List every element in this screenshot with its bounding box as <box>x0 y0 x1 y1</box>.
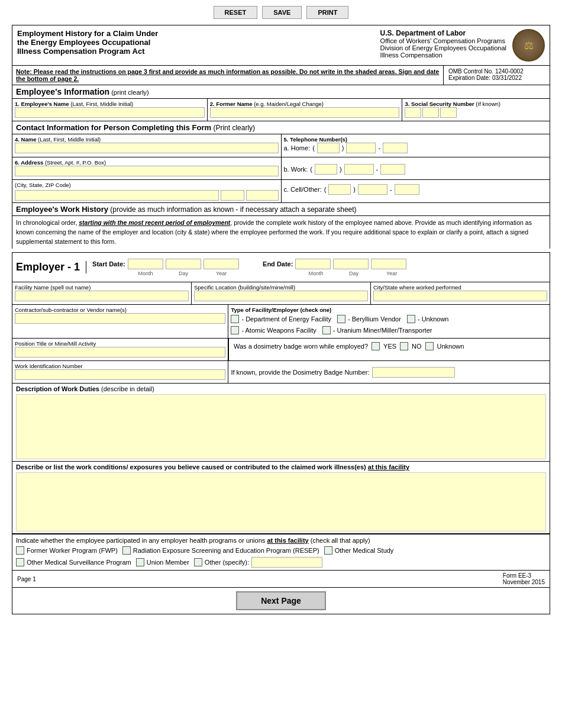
contact-info-subtitle: (Print clearly) <box>213 124 255 132</box>
dept-energy-label: - Department of Energy Facility <box>241 315 331 323</box>
emp-name-input[interactable] <box>15 107 205 118</box>
zip-input[interactable] <box>246 190 279 201</box>
work-history-title: Employee's Work History <box>16 205 108 214</box>
dosimetry-unknown-checkbox[interactable] <box>425 342 434 350</box>
work-area-input[interactable] <box>315 164 337 175</box>
fwp-checkbox[interactable] <box>16 546 24 555</box>
state-input[interactable] <box>221 190 244 201</box>
other-specify-checkbox-item: Other (specify): <box>194 557 322 568</box>
other-specify-checkbox[interactable] <box>194 558 202 566</box>
other-specify-label: Other (specify): <box>205 559 249 566</box>
ssn-input-2[interactable] <box>422 107 439 118</box>
union-member-label: Union Member <box>147 559 189 566</box>
year-label2: Year <box>374 270 409 276</box>
dosimetry-badge-input[interactable] <box>372 367 455 378</box>
start-month-input[interactable] <box>128 259 163 269</box>
work-history-subtitle: (provide as much information as known - … <box>110 205 356 214</box>
note-text: Note: Please read the instructions on pa… <box>12 66 443 85</box>
cell-end-input[interactable] <box>395 184 419 195</box>
day-label1: Day <box>166 270 201 276</box>
former-name-label: 2. Former Name (e.g. Maiden/Legal Change… <box>210 101 400 107</box>
end-day-input[interactable] <box>333 259 369 269</box>
home-end-input[interactable] <box>383 143 408 153</box>
unknown-checkbox[interactable] <box>407 315 415 323</box>
next-page-button[interactable]: Next Page <box>236 591 326 610</box>
address-label: 6. Address (Street, Apt. #, P.O. Box) <box>15 159 279 166</box>
other-surveillance-checkbox[interactable] <box>16 558 24 566</box>
facility-name-label: Facility Name (spell out name) <box>15 284 189 291</box>
other-surveillance-checkbox-item: Other Medical Surveillance Program <box>16 558 131 566</box>
work-history-instructions: In chronological order, starting with th… <box>16 219 532 245</box>
uranium-checkbox-item: - Uranium Miner/Miller/Transporter <box>322 326 432 334</box>
omb-info: OMB Control No. 1240-0002 Expiration Dat… <box>443 66 550 85</box>
ssn-input-3[interactable] <box>440 107 457 118</box>
cell-mid-input[interactable] <box>358 184 387 195</box>
employer-label: Employer - 1 <box>16 261 86 273</box>
contractor-input[interactable] <box>15 313 225 324</box>
other-medical-study-checkbox[interactable] <box>324 546 332 555</box>
work-end-input[interactable] <box>380 164 405 175</box>
former-name-input[interactable] <box>210 107 400 118</box>
start-date-label: Start Date: <box>92 260 125 268</box>
dosimetry-badge-label: If known, provide the Dosimetry Badge Nu… <box>231 369 369 376</box>
yes-checkbox[interactable] <box>372 342 380 350</box>
uranium-label: - Uranium Miner/Miller/Transporter <box>333 327 432 334</box>
print-button[interactable]: PRINT <box>306 6 348 19</box>
other-surveillance-label: Other Medical Surveillance Program <box>27 559 131 566</box>
beryllium-checkbox-item: - Beryllium Vendor <box>337 315 401 323</box>
atomic-checkbox[interactable] <box>231 326 239 334</box>
resep-checkbox-item: Radiation Exposure Screening and Educati… <box>122 546 319 555</box>
no-checkbox[interactable] <box>400 342 408 350</box>
dept-energy-checkbox[interactable] <box>231 315 239 323</box>
contact-name-input[interactable] <box>15 143 279 153</box>
facility-loc-input[interactable] <box>194 291 368 301</box>
home-mid-input[interactable] <box>346 143 376 153</box>
unknown-checkbox-item: - Unknown <box>407 315 449 323</box>
contractor-label: Contractor/sub-contractor or Vendor name… <box>15 307 225 313</box>
ssn-input-1[interactable] <box>405 107 421 118</box>
uranium-checkbox[interactable] <box>322 326 331 334</box>
beryllium-checkbox[interactable] <box>337 315 345 323</box>
end-month-input[interactable] <box>295 259 331 269</box>
position-input[interactable] <box>15 347 225 357</box>
conditions-label: Describe or list the work conditions/ ex… <box>16 463 366 471</box>
facility-name-input[interactable] <box>15 291 189 301</box>
unknown-label: - Unknown <box>418 315 449 323</box>
reset-button[interactable]: RESET <box>214 6 258 19</box>
office-line1: Office of Workers' Compensation Programs <box>380 37 506 44</box>
month-label1: Month <box>128 270 163 276</box>
facility-city-input[interactable] <box>373 291 547 301</box>
date-label: November 2015 <box>503 579 545 585</box>
conditions-input[interactable] <box>16 472 546 531</box>
yes-label: YES <box>383 343 396 350</box>
end-year-input[interactable] <box>371 259 406 269</box>
work-mid-input[interactable] <box>344 164 374 175</box>
city-input[interactable] <box>15 190 219 201</box>
other-medical-study-label: Other Medical Study <box>335 547 394 554</box>
contact-info-title: Contact Information for Person Completin… <box>16 123 211 132</box>
facility-loc-label: Specific Location (building/site/mine/mi… <box>194 284 368 291</box>
cell-area-input[interactable] <box>328 184 351 195</box>
dept-seal: ⚖ <box>512 29 545 62</box>
dept-name: U.S. Department of Labor <box>380 29 506 37</box>
end-date-label: End Date: <box>263 260 293 268</box>
phone-label: 5. Telephone Number(s) <box>284 136 548 143</box>
start-day-input[interactable] <box>166 259 201 269</box>
contact-name-label: 4. Name (Last, First, Middle Initial) <box>15 136 279 143</box>
save-button[interactable]: SAVE <box>262 6 302 19</box>
desc-duties-label: Description of Work Duties <box>16 385 99 392</box>
resep-label: Radiation Exposure Screening and Educati… <box>133 547 319 554</box>
home-area-input[interactable] <box>317 143 340 153</box>
desc-duties-input[interactable] <box>16 394 546 459</box>
dept-energy-checkbox-item: - Department of Energy Facility <box>231 315 331 323</box>
other-specify-input[interactable] <box>251 557 322 568</box>
dosimetry-question: Was a dosimetry badge worn while employe… <box>234 343 368 350</box>
start-year-input[interactable] <box>204 259 239 269</box>
office-line3: Illness Compensation <box>380 51 506 59</box>
union-member-checkbox[interactable] <box>136 558 144 566</box>
emp-name-label: 1. Employee's Name (Last, First, Middle … <box>15 101 205 107</box>
resep-checkbox[interactable] <box>122 546 131 555</box>
home-phone-label: a. Home: <box>284 144 311 152</box>
work-id-input[interactable] <box>15 369 225 380</box>
address-input[interactable] <box>15 166 279 176</box>
